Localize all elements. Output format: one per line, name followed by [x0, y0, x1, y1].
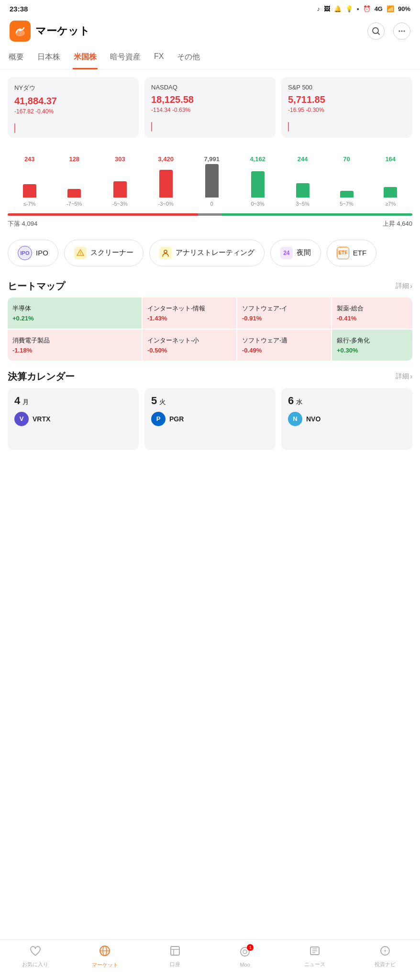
- breadth-label: -5~3%: [112, 201, 128, 207]
- more-button[interactable]: [393, 22, 410, 40]
- breadth-count: 70: [343, 155, 350, 163]
- tab-fx[interactable]: FX: [153, 48, 165, 69]
- heatmap-grid: 半導体 +0.21% インターネット-情報 -1.43% ソフトウェア-イ -0…: [8, 297, 412, 361]
- status-network: 4G: [375, 5, 383, 12]
- heatmap-title: ヒートマップ: [8, 280, 65, 293]
- tab-jp-stocks[interactable]: 日本株: [36, 48, 61, 69]
- breadth-chart: 243≤-7%128-7~5%303-5~3%3,420-3~0%7,99104…: [8, 149, 412, 207]
- nav-item-moo[interactable]: 1 Moo: [228, 946, 262, 968]
- etf-icon: ETF: [337, 247, 349, 259]
- breadth-bar: [113, 181, 127, 198]
- breadth-rise: 上昇 4,640: [383, 220, 412, 228]
- breadth-col: 4,1620~3%: [250, 155, 265, 207]
- status-signal-icon: 📶: [387, 5, 394, 12]
- bottom-nav: お気に入り マーケット 口座 1: [0, 939, 420, 980]
- screener-icon: [74, 247, 87, 259]
- index-card-sp500[interactable]: S&P 500 5,711.85 -16.95 -0.30%: [281, 77, 412, 138]
- breadth-col: 303-5~3%: [112, 155, 128, 207]
- calendar-card-6[interactable]: 6 水 N NVO: [281, 388, 412, 450]
- heatmap-cell-bank[interactable]: 銀行-多角化 +0.30%: [332, 330, 412, 361]
- vrtx-logo: V: [14, 412, 29, 426]
- heatmap-cell-consumer-elec[interactable]: 消費電子製品 -1.18%: [8, 330, 142, 361]
- btn-screener-label: スクリーナー: [90, 248, 133, 257]
- pgr-logo: P: [151, 412, 166, 426]
- breadth-divider: [8, 213, 412, 216]
- svg-point-5: [401, 31, 403, 32]
- breadth-label: -7~5%: [66, 201, 82, 207]
- status-image-icon: 🖼: [324, 5, 330, 12]
- ipo-icon: IPO: [18, 246, 32, 260]
- app-logo: [10, 21, 31, 42]
- index-change-sp500: -16.95 -0.30%: [288, 107, 406, 113]
- btn-analyst[interactable]: アナリストレーティング: [149, 240, 265, 266]
- btn-ipo[interactable]: IPO IPO: [8, 240, 58, 266]
- nav-item-favorites[interactable]: お気に入り: [18, 945, 52, 968]
- heatmap-more-button[interactable]: 詳細 ›: [396, 282, 412, 290]
- btn-etf[interactable]: ETF ETF: [327, 240, 376, 266]
- breadth-count: 4,162: [250, 155, 265, 163]
- breadth-col: 3,420-3~0%: [158, 155, 174, 207]
- breadth-col: 128-7~5%: [66, 155, 82, 207]
- calendar-cards: 4 月 V VRTX 5 火 P PGR 6 水 N: [0, 388, 420, 458]
- account-icon: [169, 945, 181, 959]
- search-button[interactable]: [367, 22, 385, 40]
- btn-etf-label: ETF: [353, 249, 366, 257]
- heatmap-cell-semiconductor[interactable]: 半導体 +0.21%: [8, 297, 142, 329]
- nav-item-account[interactable]: 口座: [158, 945, 192, 968]
- nav-label-moo: Moo: [240, 962, 250, 968]
- nav-item-invest-navi[interactable]: 投資ナビ: [368, 945, 402, 968]
- btn-screener[interactable]: スクリーナー: [64, 240, 144, 266]
- status-alarm-icon: ⏰: [363, 5, 371, 12]
- heatmap-header: ヒートマップ 詳細 ›: [0, 270, 420, 297]
- btn-night[interactable]: 24 夜間: [270, 240, 321, 266]
- heatmap-cell-pharma[interactable]: 製薬-総合 -0.41%: [332, 297, 412, 329]
- sparkline-dow: [14, 120, 132, 133]
- breadth-bar: [23, 184, 36, 198]
- breadth-col: 7,9910: [204, 155, 220, 207]
- tab-overview[interactable]: 概要: [8, 48, 25, 69]
- sparkline-sp500: [288, 118, 406, 132]
- index-change-nasdaq: -114.34 -0.63%: [151, 107, 269, 113]
- calendar-title: 決算カレンダー: [8, 370, 75, 383]
- status-silent-icon: 🔔: [334, 5, 342, 12]
- breadth-bar: [251, 171, 265, 198]
- svg-point-19: [243, 950, 247, 954]
- heatmap-cell-software-a[interactable]: ソフトウェア-適 -0.49%: [237, 330, 331, 361]
- tab-us-stocks[interactable]: 米国株: [73, 48, 98, 69]
- calendar-card-5[interactable]: 5 火 P PGR: [144, 388, 276, 450]
- tab-crypto[interactable]: 暗号資産: [109, 48, 142, 69]
- index-card-dow[interactable]: NYダウ 41,884.37 -167.82 -0.40%: [8, 77, 139, 138]
- heatmap-cell-internet-small[interactable]: インターネット-小 -0.50%: [143, 330, 236, 361]
- market-icon: [99, 945, 111, 960]
- nvo-logo: N: [288, 412, 302, 426]
- svg-point-6: [404, 31, 405, 32]
- calendar-card-4[interactable]: 4 月 V VRTX: [8, 388, 139, 450]
- index-name-dow: NYダウ: [14, 84, 132, 92]
- header: マーケット: [0, 16, 420, 48]
- breadth-label: 0: [210, 201, 213, 207]
- calendar-chevron-icon: ›: [410, 373, 412, 380]
- index-price-dow: 41,884.37: [14, 95, 132, 107]
- breadth-bar: [159, 170, 173, 198]
- nav-item-market[interactable]: マーケット: [88, 945, 122, 969]
- status-time: 23:38: [10, 5, 28, 13]
- breadth-divider-wrap: [0, 209, 420, 218]
- heatmap-cell-internet-info[interactable]: インターネット-情報 -1.43%: [143, 297, 236, 329]
- breadth-bar: [205, 164, 219, 198]
- breadth-count: 7,991: [204, 155, 220, 163]
- breadth-bar: [67, 189, 81, 198]
- status-light-icon: 💡: [345, 5, 353, 12]
- status-dot: •: [357, 5, 359, 12]
- nav-item-news[interactable]: ニュース: [298, 945, 332, 968]
- cal-stock-pgr: P PGR: [151, 412, 269, 426]
- tab-other[interactable]: その他: [176, 48, 201, 69]
- index-card-nasdaq[interactable]: NASDAQ 18,125.58 -114.34 -0.63%: [144, 77, 276, 138]
- night-icon: 24: [280, 247, 293, 259]
- header-title: マーケット: [35, 24, 90, 38]
- index-name-nasdaq: NASDAQ: [151, 84, 269, 91]
- breadth-label: 3~5%: [296, 201, 309, 207]
- breadth-col: 243≤-7%: [23, 155, 36, 207]
- heatmap-cell-software-i[interactable]: ソフトウェア-イ -0.91%: [237, 297, 331, 329]
- status-music-icon: ♪: [317, 5, 321, 12]
- calendar-more-button[interactable]: 詳細 ›: [396, 372, 412, 381]
